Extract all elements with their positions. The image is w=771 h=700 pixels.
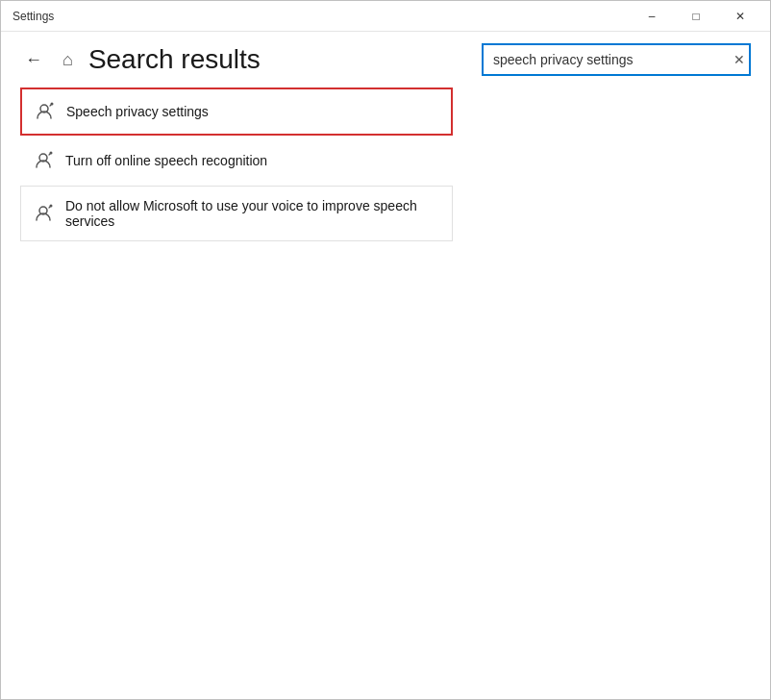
search-clear-button[interactable]: ✕: [734, 52, 745, 67]
svg-point-8: [50, 205, 53, 208]
back-icon: ←: [25, 50, 42, 70]
result-label-do-not-allow-microsoft: Do not allow Microsoft to use your voice…: [65, 198, 440, 229]
result-item-turn-off-online-speech[interactable]: Turn off online speech recognition: [20, 138, 453, 184]
back-button[interactable]: ←: [20, 46, 47, 73]
result-label-turn-off-online-speech: Turn off online speech recognition: [65, 153, 267, 168]
result-item-speech-privacy-settings[interactable]: Speech privacy settings: [20, 88, 453, 136]
close-button[interactable]: ✕: [718, 1, 762, 32]
minimize-button[interactable]: –: [630, 1, 674, 32]
speech-icon-3: [33, 203, 54, 224]
search-input[interactable]: [482, 43, 751, 76]
home-icon: ⌂: [62, 50, 73, 70]
results-area: Speech privacy settings Turn off online …: [1, 88, 770, 699]
content-area: ← ⌂ Search results ✕: [1, 32, 770, 699]
maximize-button[interactable]: □: [674, 1, 718, 32]
title-bar-controls: – □ ✕: [630, 1, 762, 32]
main-content: ← ⌂ Search results ✕: [1, 32, 770, 699]
top-nav: ← ⌂ Search results ✕: [1, 32, 770, 88]
svg-point-5: [50, 152, 53, 155]
search-box-container: ✕: [482, 43, 751, 76]
result-item-do-not-allow-microsoft[interactable]: Do not allow Microsoft to use your voice…: [20, 186, 453, 241]
title-bar: Settings – □ ✕: [1, 1, 770, 32]
speech-icon-1: [34, 101, 55, 122]
speech-icon-2: [33, 150, 54, 171]
page-title: Search results: [88, 44, 466, 75]
settings-window: Settings – □ ✕ ← ⌂ Search results ✕: [0, 0, 771, 700]
result-label-speech-privacy-settings: Speech privacy settings: [66, 104, 209, 119]
svg-point-2: [51, 103, 54, 106]
window-title: Settings: [12, 10, 54, 23]
title-bar-left: Settings: [12, 10, 54, 23]
